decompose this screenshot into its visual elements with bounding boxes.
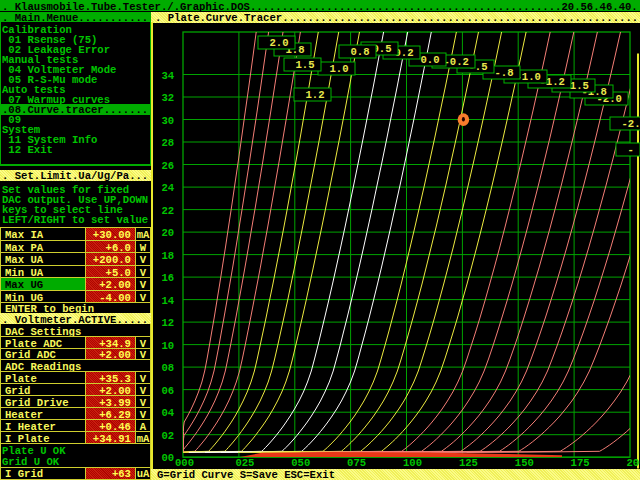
svg-text:100: 100 — [403, 457, 422, 469]
svg-text:1.5: 1.5 — [296, 59, 315, 71]
svg-text:04: 04 — [162, 407, 175, 419]
svg-text:2.0: 2.0 — [270, 37, 289, 49]
svg-text:18: 18 — [162, 250, 175, 262]
svg-text:34: 34 — [162, 70, 175, 82]
svg-text:-2.: -2. — [622, 118, 640, 130]
svg-text:1.0: 1.0 — [330, 63, 349, 75]
svg-text:00: 00 — [162, 452, 175, 464]
svg-text:1.2: 1.2 — [306, 89, 325, 101]
svg-text:14: 14 — [162, 295, 175, 307]
svg-text:30: 30 — [162, 115, 175, 127]
svg-text:125: 125 — [459, 457, 478, 469]
svg-text:06: 06 — [162, 385, 175, 397]
svg-text:000: 000 — [175, 457, 194, 469]
svg-text:-: - — [628, 144, 634, 156]
svg-text:16: 16 — [162, 272, 175, 284]
svg-text:32: 32 — [162, 92, 175, 104]
svg-text:10: 10 — [162, 340, 175, 352]
svg-text:175: 175 — [571, 457, 590, 469]
svg-text:22: 22 — [162, 205, 175, 217]
svg-text:0.8: 0.8 — [351, 46, 370, 58]
svg-text:08: 08 — [162, 362, 175, 374]
svg-text:025: 025 — [235, 457, 254, 469]
svg-text:28: 28 — [162, 137, 175, 149]
svg-text:200: 200 — [627, 457, 640, 469]
svg-text:-.8: -.8 — [495, 67, 514, 79]
svg-text:20: 20 — [162, 227, 175, 239]
svg-text:24: 24 — [162, 182, 175, 194]
svg-text:150: 150 — [515, 457, 534, 469]
svg-text:12: 12 — [162, 317, 175, 329]
svg-text:075: 075 — [347, 457, 366, 469]
svg-text:26: 26 — [162, 160, 175, 172]
svg-text:0.0: 0.0 — [421, 54, 440, 66]
svg-text:02: 02 — [162, 430, 175, 442]
svg-text:-0.2: -0.2 — [443, 56, 468, 68]
svg-text:050: 050 — [291, 457, 310, 469]
